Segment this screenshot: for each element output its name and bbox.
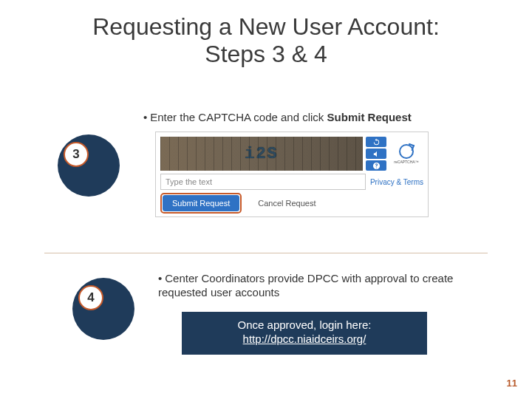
recaptcha-logo: reCAPTCHA™ — [389, 137, 423, 171]
page-number: 11 — [507, 378, 517, 389]
step4-number: 4 — [78, 285, 103, 310]
step3-bullet: •Enter the CAPTCHA code and click Submit… — [143, 111, 412, 125]
step4-bullet: •Center Coordinators provide DPCC with a… — [158, 272, 461, 300]
section-divider — [44, 253, 488, 253]
captcha-refresh-icon[interactable] — [366, 137, 386, 147]
privacy-terms-link[interactable]: Privacy & Terms — [370, 178, 423, 186]
step3-number: 3 — [64, 142, 89, 167]
login-url: http://dpcc.niaidceirs.org/ — [243, 332, 366, 345]
step3-bubble: 3 — [58, 134, 120, 197]
submit-request-button[interactable]: Submit Request — [163, 195, 239, 211]
captcha-image: i2S — [160, 137, 363, 171]
submit-highlight: Submit Request — [160, 193, 242, 214]
page-title: Requesting a New User Account: Steps 3 &… — [0, 13, 532, 68]
captcha-help-icon[interactable] — [366, 160, 386, 171]
captcha-audio-icon[interactable] — [366, 149, 386, 159]
captcha-card: i2S reCAPTCHA™ Type the text Privacy & T… — [155, 132, 429, 217]
step4-bubble: 4 — [72, 278, 134, 340]
login-banner: Once approved, login here: http://dpcc.n… — [182, 312, 427, 355]
captcha-input[interactable]: Type the text — [160, 174, 366, 190]
captcha-controls — [366, 137, 386, 171]
cancel-request-button[interactable]: Cancel Request — [249, 195, 324, 211]
